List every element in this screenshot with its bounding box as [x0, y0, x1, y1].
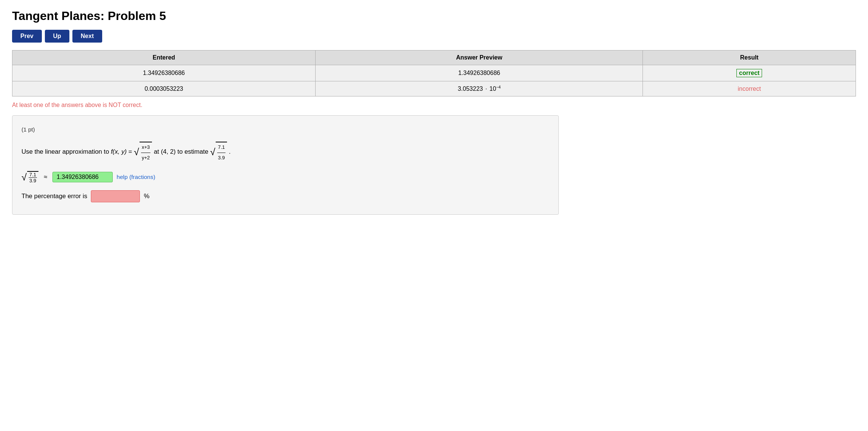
frac3-denominator: 3.9 — [29, 178, 37, 183]
problem-box: (1 pt) Use the linear approximation to f… — [12, 115, 559, 214]
problem-points: (1 pt) — [21, 126, 549, 133]
frac2-denominator: 3.9 — [217, 153, 225, 163]
col-preview: Answer Preview — [316, 50, 643, 65]
frac1-denominator: y+2 — [141, 153, 150, 163]
sqrt-content-2: 7.1 3.9 — [216, 142, 227, 162]
table-row: 1.34926380686 1.34926380686 correct — [12, 65, 856, 81]
result-value-2: incorrect — [643, 81, 856, 96]
preview-value-1: 1.34926380686 — [316, 65, 643, 81]
result-value-1: correct — [643, 65, 856, 81]
help-fractions-link[interactable]: help (fractions) — [117, 174, 155, 180]
preview-exponent: −4 — [496, 85, 501, 89]
sqrt-answer-expr: √ 7.1 3.9 — [21, 171, 38, 183]
fx-notation: f(x, y) — [111, 148, 129, 155]
sqrt-symbol-2: √ — [210, 147, 215, 157]
answer-row-1: √ 7.1 3.9 ≈ help (fractions) — [21, 171, 549, 183]
next-button[interactable]: Next — [72, 30, 102, 43]
up-button[interactable]: Up — [45, 30, 69, 43]
preview-value-2: 3.053223 · 10−4 — [316, 81, 643, 96]
fraction-3: 7.1 3.9 — [29, 172, 37, 183]
page-title: Tangent Planes: Problem 5 — [12, 9, 856, 23]
approx-symbol: ≈ — [44, 173, 47, 181]
answer-input-2[interactable] — [91, 190, 140, 202]
answer-input-1[interactable] — [52, 172, 113, 182]
results-table: Entered Answer Preview Result 1.34926380… — [12, 50, 856, 96]
sqrt-expression-1: √ x+3 y+2 — [134, 142, 152, 162]
period: . — [229, 148, 231, 155]
at-text: at (4, 2) to estimate — [154, 148, 210, 155]
col-result: Result — [643, 50, 856, 65]
prev-button[interactable]: Prev — [12, 30, 42, 43]
frac3-numerator: 7.1 — [29, 172, 37, 178]
preview-number: 3.053223 — [458, 86, 483, 92]
problem-statement: Use the linear approximation to f(x, y) … — [21, 142, 549, 162]
preview-base: 10 — [489, 86, 496, 92]
correct-badge: correct — [736, 69, 762, 77]
table-row: 0.0003053223 3.053223 · 10−4 incorrect — [12, 81, 856, 96]
incorrect-label: incorrect — [738, 86, 761, 92]
frac2-numerator: 7.1 — [217, 142, 225, 153]
description-prefix: Use the linear approximation to — [21, 148, 109, 155]
entered-value-1: 1.34926380686 — [12, 65, 316, 81]
fraction-2: 7.1 3.9 — [217, 142, 225, 162]
sqrt-symbol-1: √ — [134, 147, 139, 157]
nav-buttons: Prev Up Next — [12, 30, 856, 43]
equals-sign: = — [129, 148, 132, 155]
warning-message: At least one of the answers above is NOT… — [12, 102, 856, 109]
percentage-suffix: % — [144, 193, 149, 200]
sqrt-content-3: 7.1 3.9 — [27, 171, 38, 183]
sqrt-expression-2: √ 7.1 3.9 — [210, 142, 227, 162]
answer-row-2: The percentage error is % — [21, 190, 549, 202]
entered-value-2: 0.0003053223 — [12, 81, 316, 96]
percentage-prefix: The percentage error is — [21, 193, 87, 200]
multiply-dot: · — [485, 86, 487, 92]
fraction-1: x+3 y+2 — [141, 142, 150, 162]
sqrt-symbol-3: √ — [21, 173, 27, 182]
col-entered: Entered — [12, 50, 316, 65]
frac1-numerator: x+3 — [141, 142, 150, 153]
sqrt-content-1: x+3 y+2 — [140, 142, 152, 162]
